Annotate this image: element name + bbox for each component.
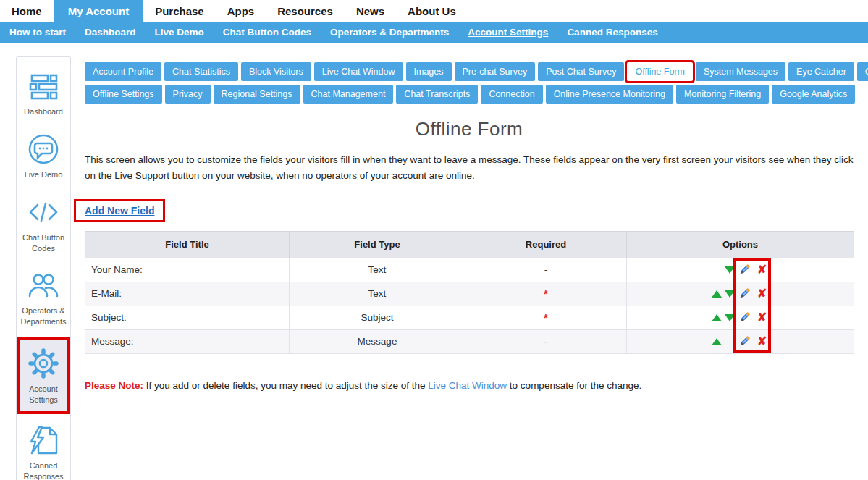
sidebar-item-label: Operators & Departments — [18, 306, 69, 327]
tab-connection[interactable]: Connection — [481, 85, 542, 104]
tab-chat-invitation[interactable]: Chat Invitation — [857, 62, 868, 81]
topnav-apps[interactable]: Apps — [216, 0, 266, 22]
field-type-cell: Text — [290, 258, 465, 282]
move-down-icon[interactable] — [725, 266, 735, 274]
tab-monitoring-filtering[interactable]: Monitoring Filtering — [676, 85, 769, 104]
tab-system-messages[interactable]: System Messages — [696, 62, 785, 81]
tab-post-chat-survey[interactable]: Post Chat Survey — [538, 62, 624, 81]
tab-online-presence-monitoring[interactable]: Online Presence Monitoring — [546, 85, 673, 104]
please-note: Please Note: If you add or delete fields… — [85, 380, 854, 391]
subnav-operators-departments[interactable]: Operators & Departments — [321, 27, 458, 38]
field-title-cell: Message: — [85, 329, 290, 353]
topnav-about-us[interactable]: About Us — [396, 0, 468, 22]
tab-eye-catcher[interactable]: Eye Catcher — [788, 62, 854, 81]
fields-table: Field Title Field Type Required Options … — [85, 231, 854, 354]
field-type-cell: Subject — [290, 306, 465, 329]
required-cell: - — [465, 258, 627, 282]
add-new-field-link[interactable]: Add New Field — [85, 205, 154, 216]
tab-live-chat-window[interactable]: Live Chat Window — [314, 62, 403, 81]
delete-x-icon[interactable]: ✘ — [757, 311, 767, 324]
edit-pencil-icon[interactable] — [736, 334, 754, 348]
edit-pencil-icon[interactable] — [736, 263, 754, 277]
subnav-canned-responses[interactable]: Canned Responses — [557, 27, 667, 38]
move-up-icon[interactable] — [712, 338, 722, 345]
field-title-cell: Your Name: — [85, 258, 290, 282]
delete-x-icon[interactable]: ✘ — [757, 335, 767, 348]
topnav-my-account[interactable]: My Account — [54, 0, 143, 22]
gear-icon — [26, 346, 61, 381]
tab-offline-settings[interactable]: Offline Settings — [85, 85, 162, 104]
topnav-purchase[interactable]: Purchase — [143, 0, 216, 22]
column-header-options: Options — [627, 231, 854, 258]
options-cell: ✘ — [627, 282, 854, 306]
field-type-cell: Text — [290, 282, 465, 306]
lightning-page-icon — [26, 423, 61, 458]
subnav-dashboard[interactable]: Dashboard — [75, 27, 146, 38]
dashboard-icon — [26, 69, 61, 104]
topnav-resources[interactable]: Resources — [266, 0, 345, 22]
column-header-required: Required — [465, 231, 627, 258]
tab-chat-management[interactable]: Chat Management — [303, 85, 394, 104]
add-new-field-annotation: Add New Field — [74, 199, 165, 222]
options-cell: ✘ — [627, 329, 854, 353]
tab-chat-statistics[interactable]: Chat Statistics — [164, 62, 238, 81]
tab-google-analytics[interactable]: Google Analytics — [772, 85, 855, 104]
people-icon — [26, 268, 61, 303]
settings-tabs-row-1: Account Profile Chat Statistics Block Vi… — [85, 62, 854, 81]
table-row: Message: Message - — [85, 329, 854, 353]
sidebar-item-label: Account Settings — [21, 384, 66, 405]
move-up-icon[interactable] — [712, 314, 722, 321]
tab-block-visitors[interactable]: Block Visitors — [241, 62, 311, 81]
sidebar-item-account-settings[interactable]: Account Settings — [17, 337, 70, 414]
table-row: Subject: Subject * — [85, 306, 854, 329]
subnav-chat-button-codes[interactable]: Chat Button Codes — [214, 27, 321, 38]
tab-images[interactable]: Images — [406, 62, 452, 81]
tab-offline-form[interactable]: Offline Form — [627, 62, 693, 81]
sidebar-item-dashboard[interactable]: Dashboard — [17, 64, 70, 123]
options-cell: ✘ — [627, 258, 854, 282]
page-description: This screen allows you to customize the … — [85, 152, 854, 185]
note-text-before: If you add or delete fields, you may nee… — [143, 380, 428, 391]
sidebar-item-chat-button-codes[interactable]: Chat Button Codes — [17, 190, 70, 260]
subnav-live-demo[interactable]: Live Demo — [146, 27, 214, 38]
subnav-how-to-start[interactable]: How to start — [0, 27, 75, 38]
required-cell: * — [465, 306, 627, 329]
sidebar: Dashboard Live Demo — [16, 56, 71, 480]
secondary-navigation: How to start Dashboard Live Demo Chat Bu… — [0, 22, 868, 43]
move-down-icon[interactable] — [725, 314, 735, 321]
table-row: E-Mail: Text * — [85, 282, 854, 306]
required-cell: * — [465, 282, 627, 306]
page: Home My Account Purchase Apps Resources … — [0, 0, 868, 480]
sidebar-item-label: Dashboard — [24, 106, 63, 117]
note-text-after: to compensate for the change. — [507, 380, 641, 391]
tab-regional-settings[interactable]: Regional Settings — [214, 85, 300, 104]
edit-pencil-icon[interactable] — [736, 311, 754, 324]
sidebar-item-operators-departments[interactable]: Operators & Departments — [17, 264, 70, 333]
tab-pre-chat-survey[interactable]: Pre-chat Survey — [455, 62, 536, 81]
field-title-cell: E-Mail: — [85, 282, 290, 306]
subnav-account-settings[interactable]: Account Settings — [458, 27, 557, 38]
page-title: Offline Form — [85, 118, 854, 140]
tab-privacy[interactable]: Privacy — [165, 85, 211, 104]
delete-x-icon[interactable]: ✘ — [757, 287, 767, 300]
delete-x-icon[interactable]: ✘ — [757, 264, 767, 276]
settings-tabs-row-2: Offline Settings Privacy Regional Settin… — [85, 85, 854, 104]
chat-bubble-icon — [26, 132, 61, 167]
field-type-cell: Message — [290, 329, 465, 353]
sidebar-item-live-demo[interactable]: Live Demo — [17, 127, 70, 186]
table-row: Your Name: Text - — [85, 258, 854, 282]
sidebar-item-canned-responses[interactable]: Canned Responses — [17, 418, 70, 480]
sidebar-item-label: Canned Responses — [18, 460, 69, 480]
move-up-icon[interactable] — [712, 290, 722, 298]
move-down-icon[interactable] — [725, 290, 735, 298]
fields-table-wrap: Field Title Field Type Required Options … — [85, 231, 854, 354]
topnav-home[interactable]: Home — [0, 0, 54, 22]
code-icon — [26, 195, 61, 230]
column-header-field-type: Field Type — [290, 231, 465, 258]
edit-pencil-icon[interactable] — [736, 287, 754, 300]
tab-chat-transcripts[interactable]: Chat Transcripts — [396, 85, 478, 104]
topnav-news[interactable]: News — [345, 0, 396, 22]
field-title-cell: Subject: — [85, 306, 290, 329]
tab-account-profile[interactable]: Account Profile — [85, 62, 161, 81]
live-chat-window-link[interactable]: Live Chat Window — [428, 380, 507, 391]
